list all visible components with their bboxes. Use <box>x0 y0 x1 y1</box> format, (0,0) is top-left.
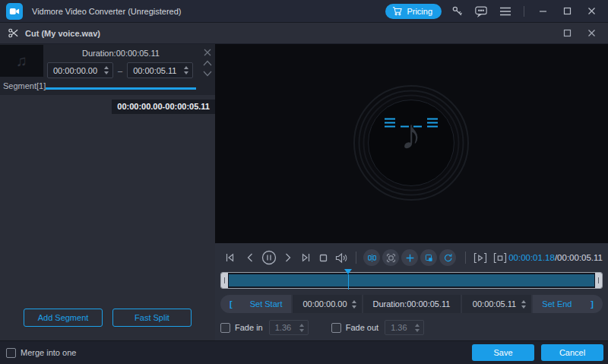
timeline-selected-range <box>228 274 595 287</box>
fade-in-field[interactable] <box>269 320 309 335</box>
add-segment-icon-button[interactable] <box>401 249 418 266</box>
register-key-icon[interactable] <box>448 3 466 20</box>
trim-duration-label: Duration:00:00:05.11 <box>363 295 461 313</box>
menu-icon[interactable] <box>496 3 515 20</box>
set-start-button[interactable]: Set Start <box>242 299 291 309</box>
trim-start-input[interactable] <box>300 299 350 309</box>
total-time: /00:00:05.11 <box>555 253 603 262</box>
timeline-slider[interactable] <box>220 272 603 289</box>
playback-controls: 00:00:01.18/00:00:05.11 [ Set Start <box>215 243 608 340</box>
segment-delete-icon[interactable] <box>204 47 211 57</box>
range-separator: – <box>118 66 122 75</box>
go-to-end-icon[interactable] <box>299 251 312 264</box>
segment-move-up-icon[interactable] <box>203 58 212 68</box>
fade-in-checkbox[interactable] <box>220 323 230 333</box>
pricing-label: Pricing <box>407 7 432 16</box>
fade-in-label: Fade in <box>235 323 263 332</box>
audio-preview: ♪ <box>215 44 608 243</box>
previous-frame-icon[interactable] <box>244 252 256 264</box>
trim-start-spinner[interactable] <box>352 300 356 309</box>
segment-panel: ♫ Duration:00:00:05.11 – Segment[1] <box>0 44 215 340</box>
fade-out-checkbox[interactable] <box>331 323 341 333</box>
current-time: 00:00:01.18 <box>508 253 555 262</box>
music-note-icon: ♪ <box>401 109 422 159</box>
transport-separator <box>356 252 356 264</box>
fade-in-spinner[interactable] <box>299 324 304 332</box>
merge-into-one-label: Merge into one <box>21 348 76 357</box>
reset-button[interactable] <box>439 249 456 266</box>
segment-start-spinner[interactable] <box>104 66 109 74</box>
trim-end-spinner[interactable] <box>521 300 526 309</box>
feedback-icon[interactable] <box>472 3 490 20</box>
segment-move-down-icon[interactable] <box>203 68 212 78</box>
cart-icon <box>392 6 403 16</box>
segment-start-time-field[interactable] <box>47 62 113 78</box>
cut-dialog-title: Cut (My voice.wav) <box>25 29 100 38</box>
music-notes-icon: ♫ <box>16 52 27 70</box>
titlebar: Vidmore Video Converter (Unregistered) P… <box>0 0 608 23</box>
cancel-button[interactable]: Cancel <box>541 344 603 361</box>
app-logo-icon <box>6 3 23 20</box>
pricing-button[interactable]: Pricing <box>385 4 442 19</box>
fast-split-button[interactable]: Fast Split <box>112 309 192 327</box>
segment-end-time-input[interactable] <box>133 66 180 75</box>
segment-name-label: Segment[1] <box>3 81 46 90</box>
duplicate-segment-button[interactable] <box>420 249 437 266</box>
time-display: 00:00:01.18/00:00:05.11 <box>508 253 603 262</box>
timeline-playhead[interactable] <box>344 269 353 290</box>
cut-dialog-titlebar: Cut (My voice.wav) <box>0 23 608 44</box>
maximize-button[interactable] <box>558 3 576 20</box>
merge-into-one-checkbox[interactable] <box>6 348 16 358</box>
trim-end-field[interactable] <box>461 295 533 313</box>
fade-in-input[interactable] <box>275 323 295 332</box>
go-to-start-icon[interactable] <box>223 251 237 264</box>
cut-close-button[interactable] <box>582 25 600 42</box>
segment-duration-label: Duration:00:00:05.11 <box>46 49 196 58</box>
snapshot-frame-button[interactable] <box>382 249 399 266</box>
stop-selection-button[interactable] <box>492 252 508 264</box>
segment-item[interactable]: ♫ Duration:00:00:05.11 – Segment[1] <box>0 44 215 95</box>
vidmore-cut-window: Vidmore Video Converter (Unregistered) P… <box>0 0 608 364</box>
open-bracket: [ <box>220 299 242 309</box>
segment-start-time-input[interactable] <box>53 66 100 75</box>
fade-out-spinner[interactable] <box>415 324 420 332</box>
scissors-icon <box>8 27 19 39</box>
timeline-end-handle[interactable] <box>595 273 602 288</box>
app-title: Vidmore Video Converter (Unregistered) <box>32 7 181 16</box>
segment-thumbnail: ♫ <box>0 45 43 77</box>
titlebar-separator <box>524 6 524 17</box>
cut-maximize-button[interactable] <box>558 25 576 42</box>
fade-options: Fade in Fade out <box>220 318 603 337</box>
split-button[interactable] <box>363 249 380 266</box>
segment-range-tooltip: 00:00:00.00-00:00:05.11 <box>112 100 215 114</box>
next-frame-icon[interactable] <box>282 252 294 264</box>
close-button[interactable] <box>582 3 600 20</box>
stop-icon[interactable] <box>317 252 330 264</box>
play-selection-button[interactable] <box>473 252 488 264</box>
timeline-start-handle[interactable] <box>221 273 228 288</box>
transport-separator <box>465 252 466 264</box>
segment-end-spinner[interactable] <box>184 66 188 74</box>
close-bracket: ] <box>581 299 603 309</box>
equalizer-icon <box>385 118 438 128</box>
footer-bar: Merge into one Save Cancel <box>0 340 608 364</box>
add-segment-button[interactable]: Add Segment <box>24 309 103 327</box>
segment-range-bar <box>46 87 196 90</box>
trim-end-input[interactable] <box>470 299 520 309</box>
save-button[interactable]: Save <box>472 344 534 361</box>
fade-out-label: Fade out <box>346 323 378 332</box>
volume-icon[interactable] <box>334 252 349 264</box>
segment-end-time-field[interactable] <box>127 62 193 78</box>
trim-start-field[interactable] <box>291 295 363 313</box>
trim-bar: [ Set Start Duration:00:00:05.11 Set End… <box>220 295 603 313</box>
set-end-button[interactable]: Set End <box>533 299 582 309</box>
pause-button[interactable] <box>261 249 277 266</box>
minimize-button[interactable] <box>534 3 552 20</box>
fade-out-input[interactable] <box>391 323 410 332</box>
fade-out-field[interactable] <box>385 320 424 335</box>
